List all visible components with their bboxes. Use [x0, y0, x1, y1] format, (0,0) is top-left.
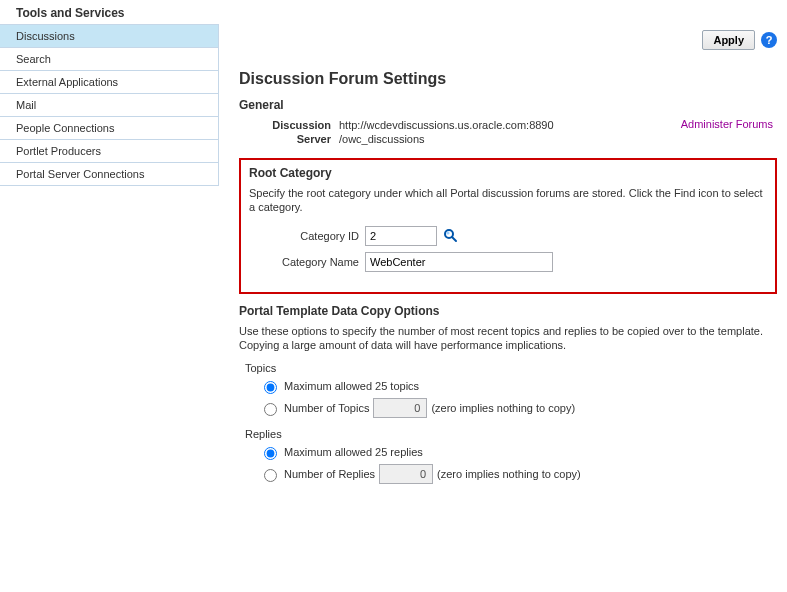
replies-hint: (zero implies nothing to copy): [437, 468, 581, 480]
server-url: http://wcdevdiscussions.us.oracle.com:88…: [339, 118, 681, 132]
server-path: /owc_discussions: [339, 132, 681, 146]
topics-max-radio[interactable]: [264, 381, 277, 394]
sidebar-item-external-applications[interactable]: External Applications: [0, 71, 218, 94]
administer-forums-link[interactable]: Administer Forums: [681, 118, 777, 130]
replies-number-input: [379, 464, 433, 484]
svg-point-2: [446, 231, 449, 234]
replies-number-text: Number of Replies: [284, 468, 375, 480]
replies-number-radio[interactable]: [264, 469, 277, 482]
sidebar-item-portal-server-connections[interactable]: Portal Server Connections: [0, 163, 218, 186]
sidebar: Discussions Search External Applications…: [0, 24, 219, 186]
svg-line-1: [452, 237, 456, 241]
sidebar-item-people-connections[interactable]: People Connections: [0, 117, 218, 140]
category-id-input[interactable]: [365, 226, 437, 246]
topics-number-text: Number of Topics: [284, 402, 369, 414]
main-content: Apply ? Discussion Forum Settings Genera…: [219, 24, 787, 508]
find-icon[interactable]: [443, 228, 459, 244]
discussion-server-label: Discussion Server: [259, 118, 339, 146]
discussion-server-value: http://wcdevdiscussions.us.oracle.com:88…: [339, 118, 681, 146]
sidebar-item-search[interactable]: Search: [0, 48, 218, 71]
replies-max-radio[interactable]: [264, 447, 277, 460]
sidebar-item-discussions[interactable]: Discussions: [0, 25, 218, 48]
topics-max-text: Maximum allowed 25 topics: [284, 380, 419, 392]
root-category-desc: Specify the root category under which al…: [249, 186, 767, 214]
category-name-label: Category Name: [249, 256, 365, 268]
sidebar-item-mail[interactable]: Mail: [0, 94, 218, 117]
apply-button[interactable]: Apply: [702, 30, 755, 50]
root-category-section: Root Category Specify the root category …: [239, 158, 777, 294]
topics-hint: (zero implies nothing to copy): [431, 402, 575, 414]
general-heading: General: [239, 98, 777, 112]
template-heading: Portal Template Data Copy Options: [239, 304, 777, 318]
topics-number-radio[interactable]: [264, 403, 277, 416]
replies-label: Replies: [245, 428, 777, 440]
replies-max-text: Maximum allowed 25 replies: [284, 446, 423, 458]
topics-label: Topics: [245, 362, 777, 374]
root-category-heading: Root Category: [249, 166, 767, 180]
page-title: Discussion Forum Settings: [239, 70, 777, 88]
header-title: Tools and Services: [0, 0, 787, 24]
help-icon[interactable]: ?: [761, 32, 777, 48]
category-id-label: Category ID: [249, 230, 365, 242]
template-desc: Use these options to specify the number …: [239, 324, 777, 352]
topics-number-input: [373, 398, 427, 418]
category-name-input[interactable]: [365, 252, 553, 272]
sidebar-item-portlet-producers[interactable]: Portlet Producers: [0, 140, 218, 163]
